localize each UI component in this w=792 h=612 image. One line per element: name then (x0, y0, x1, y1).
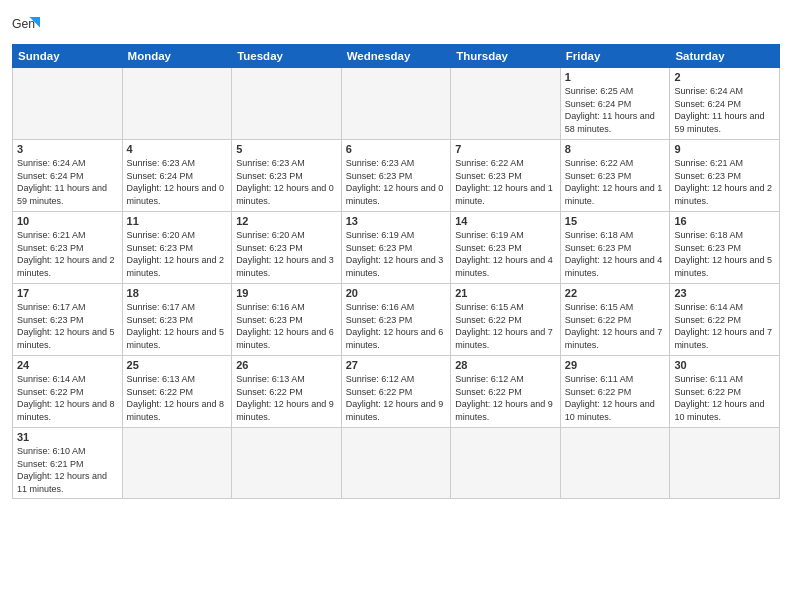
calendar-cell: 10Sunrise: 6:21 AM Sunset: 6:23 PM Dayli… (13, 212, 123, 284)
calendar-cell: 13Sunrise: 6:19 AM Sunset: 6:23 PM Dayli… (341, 212, 451, 284)
day-number: 28 (455, 359, 556, 371)
calendar-week-row: 10Sunrise: 6:21 AM Sunset: 6:23 PM Dayli… (13, 212, 780, 284)
day-info: Sunrise: 6:23 AM Sunset: 6:23 PM Dayligh… (346, 157, 447, 207)
calendar-cell: 21Sunrise: 6:15 AM Sunset: 6:22 PM Dayli… (451, 284, 561, 356)
calendar-cell (232, 428, 342, 499)
calendar-cell (341, 68, 451, 140)
day-info: Sunrise: 6:20 AM Sunset: 6:23 PM Dayligh… (127, 229, 228, 279)
day-number: 13 (346, 215, 447, 227)
day-number: 9 (674, 143, 775, 155)
logo: Gen (12, 10, 44, 38)
calendar-cell (451, 428, 561, 499)
day-info: Sunrise: 6:18 AM Sunset: 6:23 PM Dayligh… (565, 229, 666, 279)
calendar-cell: 26Sunrise: 6:13 AM Sunset: 6:22 PM Dayli… (232, 356, 342, 428)
day-info: Sunrise: 6:16 AM Sunset: 6:23 PM Dayligh… (346, 301, 447, 351)
day-info: Sunrise: 6:22 AM Sunset: 6:23 PM Dayligh… (565, 157, 666, 207)
day-info: Sunrise: 6:18 AM Sunset: 6:23 PM Dayligh… (674, 229, 775, 279)
day-info: Sunrise: 6:16 AM Sunset: 6:23 PM Dayligh… (236, 301, 337, 351)
calendar-week-row: 24Sunrise: 6:14 AM Sunset: 6:22 PM Dayli… (13, 356, 780, 428)
calendar-cell: 20Sunrise: 6:16 AM Sunset: 6:23 PM Dayli… (341, 284, 451, 356)
day-info: Sunrise: 6:12 AM Sunset: 6:22 PM Dayligh… (346, 373, 447, 423)
logo-svg-icon: Gen (12, 10, 40, 38)
day-info: Sunrise: 6:19 AM Sunset: 6:23 PM Dayligh… (346, 229, 447, 279)
day-header-thursday: Thursday (451, 45, 561, 68)
day-header-wednesday: Wednesday (341, 45, 451, 68)
day-number: 12 (236, 215, 337, 227)
header: Gen (12, 10, 780, 38)
day-number: 24 (17, 359, 118, 371)
calendar-cell: 9Sunrise: 6:21 AM Sunset: 6:23 PM Daylig… (670, 140, 780, 212)
calendar-cell (232, 68, 342, 140)
calendar-cell: 30Sunrise: 6:11 AM Sunset: 6:22 PM Dayli… (670, 356, 780, 428)
calendar-cell (122, 68, 232, 140)
day-number: 27 (346, 359, 447, 371)
calendar-cell: 18Sunrise: 6:17 AM Sunset: 6:23 PM Dayli… (122, 284, 232, 356)
calendar-cell: 16Sunrise: 6:18 AM Sunset: 6:23 PM Dayli… (670, 212, 780, 284)
day-header-tuesday: Tuesday (232, 45, 342, 68)
day-info: Sunrise: 6:23 AM Sunset: 6:24 PM Dayligh… (127, 157, 228, 207)
day-number: 16 (674, 215, 775, 227)
day-info: Sunrise: 6:11 AM Sunset: 6:22 PM Dayligh… (674, 373, 775, 423)
day-number: 21 (455, 287, 556, 299)
calendar-cell: 5Sunrise: 6:23 AM Sunset: 6:23 PM Daylig… (232, 140, 342, 212)
day-header-friday: Friday (560, 45, 670, 68)
day-info: Sunrise: 6:21 AM Sunset: 6:23 PM Dayligh… (674, 157, 775, 207)
day-number: 4 (127, 143, 228, 155)
day-info: Sunrise: 6:12 AM Sunset: 6:22 PM Dayligh… (455, 373, 556, 423)
day-header-monday: Monday (122, 45, 232, 68)
calendar-cell (122, 428, 232, 499)
calendar-cell (13, 68, 123, 140)
day-info: Sunrise: 6:15 AM Sunset: 6:22 PM Dayligh… (455, 301, 556, 351)
day-info: Sunrise: 6:13 AM Sunset: 6:22 PM Dayligh… (127, 373, 228, 423)
calendar-cell: 3Sunrise: 6:24 AM Sunset: 6:24 PM Daylig… (13, 140, 123, 212)
calendar-cell: 1Sunrise: 6:25 AM Sunset: 6:24 PM Daylig… (560, 68, 670, 140)
day-number: 14 (455, 215, 556, 227)
day-number: 23 (674, 287, 775, 299)
calendar-cell: 23Sunrise: 6:14 AM Sunset: 6:22 PM Dayli… (670, 284, 780, 356)
day-info: Sunrise: 6:10 AM Sunset: 6:21 PM Dayligh… (17, 445, 118, 495)
calendar-cell: 7Sunrise: 6:22 AM Sunset: 6:23 PM Daylig… (451, 140, 561, 212)
day-number: 19 (236, 287, 337, 299)
calendar-cell: 14Sunrise: 6:19 AM Sunset: 6:23 PM Dayli… (451, 212, 561, 284)
calendar-cell: 22Sunrise: 6:15 AM Sunset: 6:22 PM Dayli… (560, 284, 670, 356)
day-info: Sunrise: 6:22 AM Sunset: 6:23 PM Dayligh… (455, 157, 556, 207)
days-header-row: SundayMondayTuesdayWednesdayThursdayFrid… (13, 45, 780, 68)
calendar-cell (670, 428, 780, 499)
day-number: 26 (236, 359, 337, 371)
day-info: Sunrise: 6:14 AM Sunset: 6:22 PM Dayligh… (17, 373, 118, 423)
day-number: 22 (565, 287, 666, 299)
calendar-cell (560, 428, 670, 499)
day-info: Sunrise: 6:14 AM Sunset: 6:22 PM Dayligh… (674, 301, 775, 351)
calendar-cell (451, 68, 561, 140)
day-number: 7 (455, 143, 556, 155)
day-number: 6 (346, 143, 447, 155)
calendar-cell: 24Sunrise: 6:14 AM Sunset: 6:22 PM Dayli… (13, 356, 123, 428)
day-number: 31 (17, 431, 118, 443)
calendar-cell: 19Sunrise: 6:16 AM Sunset: 6:23 PM Dayli… (232, 284, 342, 356)
calendar-cell: 4Sunrise: 6:23 AM Sunset: 6:24 PM Daylig… (122, 140, 232, 212)
calendar-cell: 29Sunrise: 6:11 AM Sunset: 6:22 PM Dayli… (560, 356, 670, 428)
day-number: 30 (674, 359, 775, 371)
day-header-saturday: Saturday (670, 45, 780, 68)
day-info: Sunrise: 6:15 AM Sunset: 6:22 PM Dayligh… (565, 301, 666, 351)
day-number: 15 (565, 215, 666, 227)
calendar-cell: 6Sunrise: 6:23 AM Sunset: 6:23 PM Daylig… (341, 140, 451, 212)
calendar-cell: 2Sunrise: 6:24 AM Sunset: 6:24 PM Daylig… (670, 68, 780, 140)
day-number: 5 (236, 143, 337, 155)
calendar-cell: 27Sunrise: 6:12 AM Sunset: 6:22 PM Dayli… (341, 356, 451, 428)
day-info: Sunrise: 6:24 AM Sunset: 6:24 PM Dayligh… (674, 85, 775, 135)
calendar-table: SundayMondayTuesdayWednesdayThursdayFrid… (12, 44, 780, 499)
calendar-week-row: 1Sunrise: 6:25 AM Sunset: 6:24 PM Daylig… (13, 68, 780, 140)
calendar-cell (341, 428, 451, 499)
day-number: 25 (127, 359, 228, 371)
calendar-week-row: 3Sunrise: 6:24 AM Sunset: 6:24 PM Daylig… (13, 140, 780, 212)
day-header-sunday: Sunday (13, 45, 123, 68)
day-info: Sunrise: 6:19 AM Sunset: 6:23 PM Dayligh… (455, 229, 556, 279)
calendar-cell: 12Sunrise: 6:20 AM Sunset: 6:23 PM Dayli… (232, 212, 342, 284)
day-info: Sunrise: 6:23 AM Sunset: 6:23 PM Dayligh… (236, 157, 337, 207)
day-number: 1 (565, 71, 666, 83)
day-info: Sunrise: 6:20 AM Sunset: 6:23 PM Dayligh… (236, 229, 337, 279)
day-number: 2 (674, 71, 775, 83)
calendar-cell: 31Sunrise: 6:10 AM Sunset: 6:21 PM Dayli… (13, 428, 123, 499)
day-info: Sunrise: 6:11 AM Sunset: 6:22 PM Dayligh… (565, 373, 666, 423)
